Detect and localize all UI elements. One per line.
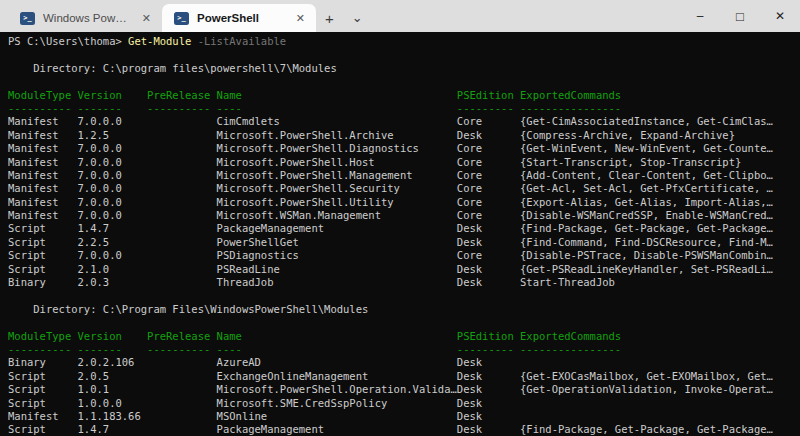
directory-path: Directory: C:\Program Files\WindowsPower…: [8, 303, 368, 315]
table-1-header-row: ModuleType Version PreRelease Name PSEdi…: [8, 89, 800, 102]
dash-underline: ----------: [147, 102, 210, 115]
cell-version: 1.1.183.66: [78, 410, 141, 423]
tab-dropdown-button[interactable]: ⌄: [343, 4, 372, 32]
table-1-header-underline: ---------- ------- ---------- ---- -----…: [8, 102, 800, 115]
minimize-button[interactable]: –: [680, 0, 720, 32]
dash-underline: ----: [217, 343, 242, 356]
cell-name: Microsoft.SME.CredSspPolicy: [217, 397, 388, 410]
cell-version: 1.0.1: [78, 383, 110, 396]
dash-underline: -------: [78, 343, 122, 356]
parameter-text: -ListAvailable: [198, 35, 287, 47]
cell-exported-commands: {Find-Command, Find-DSCResource, Find-M…: [520, 236, 773, 249]
cell-name: PSReadLine: [217, 263, 280, 276]
cell-module-type: Manifest: [8, 142, 59, 155]
blank-line: [8, 289, 800, 302]
col-header-version: Version: [78, 89, 122, 102]
cell-module-type: Manifest: [8, 156, 59, 169]
close-tab-icon[interactable]: ✕: [137, 11, 156, 26]
cell-name: Microsoft.PowerShell.Archive: [217, 129, 394, 142]
cell-module-type: Binary: [8, 276, 46, 289]
cell-psedition: Desk: [457, 222, 482, 235]
cell-module-type: Script: [8, 397, 46, 410]
cell-exported-commands: {Disable-WSManCredSSP, Enable-WSManCred…: [520, 209, 773, 222]
cell-version: 2.0.2.106: [78, 356, 135, 369]
close-window-button[interactable]: ✕: [760, 0, 800, 32]
cell-module-type: Manifest: [8, 209, 59, 222]
maximize-button[interactable]: □: [720, 0, 760, 32]
cell-psedition: Desk: [457, 263, 482, 276]
cell-name: Microsoft.PowerShell.Operation.Valida…: [217, 383, 457, 396]
new-tab-button[interactable]: +: [316, 4, 343, 32]
cell-exported-commands: {Export-Alias, Get-Alias, Import-Alias,…: [520, 196, 773, 209]
cell-name: PSDiagnostics: [217, 249, 299, 262]
terminal-window: >_ Windows PowerShell ✕ >_ PowerShell ✕ …: [0, 0, 800, 436]
cell-name: Microsoft.PowerShell.Host: [217, 156, 375, 169]
col-header-prerelease: PreRelease: [147, 89, 210, 102]
tab-windows-powershell[interactable]: >_ Windows PowerShell ✕: [8, 4, 162, 32]
blank-line: [8, 316, 800, 329]
cell-exported-commands: {Get-CimAssociatedInstance, Get-CimClas…: [520, 115, 773, 128]
cell-name: CimCmdlets: [217, 115, 280, 128]
col-header-exportedcommands: ExportedCommands: [520, 330, 621, 343]
directory-path: Directory: C:\program files\powershell\7…: [8, 62, 337, 74]
cell-version: 1.4.7: [78, 222, 110, 235]
cell-name: Microsoft.PowerShell.Diagnostics: [217, 142, 419, 155]
cell-name: Microsoft.PowerShell.Security: [217, 182, 400, 195]
col-header-name: Name: [217, 89, 242, 102]
cell-psedition: Desk: [457, 370, 482, 383]
cell-exported-commands: {Get-OperationValidation, Invoke-Operat…: [520, 383, 773, 396]
cell-version: 7.0.0.0: [78, 182, 122, 195]
blank-line: [8, 75, 800, 88]
tab-strip: >_ Windows PowerShell ✕ >_ PowerShell ✕ …: [0, 4, 372, 32]
cell-module-type: Manifest: [8, 182, 59, 195]
cell-exported-commands: {Find-Package, Get-Package, Get-Package…: [520, 222, 773, 235]
col-header-name: Name: [217, 330, 242, 343]
col-header-psedition: PSEdition: [457, 330, 514, 343]
dash-underline: ----------------: [520, 102, 621, 115]
col-header-moduletype: ModuleType: [8, 89, 71, 102]
module-table-row: Binary 2.0.2.106 AzureAD Desk: [8, 356, 800, 369]
cell-psedition: Core: [457, 169, 482, 182]
tab-label: PowerShell: [197, 12, 283, 24]
cell-module-type: Manifest: [8, 169, 59, 182]
module-table-row: Manifest 7.0.0.0 Microsoft.PowerShell.Ut…: [8, 196, 800, 209]
prompt-line: PS C:\Users\thoma> Get-Module-ListAvaila…: [8, 35, 800, 48]
dash-underline: ----------------: [520, 343, 621, 356]
directory-2-line: Directory: C:\Program Files\WindowsPower…: [8, 303, 800, 316]
cell-psedition: Desk: [457, 356, 482, 369]
cell-module-type: Manifest: [8, 129, 59, 142]
module-table-row: Script 1.4.7 PackageManagement Desk {Fin…: [8, 423, 800, 436]
directory-1-line: Directory: C:\program files\powershell\7…: [8, 62, 800, 75]
cell-psedition: Core: [457, 209, 482, 222]
cell-name: PackageManagement: [217, 222, 324, 235]
cell-exported-commands: {Add-Content, Clear-Content, Get-Clipbo…: [520, 169, 773, 182]
blank-line: [8, 48, 800, 61]
module-table-row: Manifest 7.0.0.0 Microsoft.PowerShell.Ho…: [8, 156, 800, 169]
module-table-row: Script 1.4.7 PackageManagement Desk {Fin…: [8, 222, 800, 235]
cell-exported-commands: {Find-Package, Get-Package, Get-Package…: [520, 423, 773, 436]
tab-label: Windows PowerShell: [43, 12, 129, 24]
dash-underline: -------: [78, 102, 122, 115]
cell-exported-commands: {Get-WinEvent, New-WinEvent, Get-Counte…: [520, 142, 773, 155]
cell-exported-commands: {Disable-PSTrace, Disable-PSWSManCombin…: [520, 249, 773, 262]
cell-exported-commands: {Get-PSReadLineKeyHandler, Set-PSReadLi…: [520, 263, 773, 276]
module-table-row: Script 7.0.0.0 PSDiagnostics Core {Disab…: [8, 249, 800, 262]
cell-module-type: Script: [8, 222, 46, 235]
close-tab-icon[interactable]: ✕: [291, 11, 310, 26]
command-text: Get-Module: [128, 35, 191, 47]
cell-module-type: Binary: [8, 356, 46, 369]
tab-powershell[interactable]: >_ PowerShell ✕: [162, 4, 316, 32]
cell-version: 1.2.5: [78, 129, 110, 142]
cell-name: PackageManagement: [217, 423, 324, 436]
col-header-prerelease: PreRelease: [147, 330, 210, 343]
prompt-text: PS C:\Users\thoma>: [8, 35, 128, 47]
cell-name: MSOnline: [217, 410, 268, 423]
col-header-exportedcommands: ExportedCommands: [520, 89, 621, 102]
cell-version: 2.0.3: [78, 276, 110, 289]
module-table-row: Script 2.2.5 PowerShellGet Desk {Find-Co…: [8, 236, 800, 249]
window-controls: – □ ✕: [680, 0, 800, 32]
cell-exported-commands: {Start-Transcript, Stop-Transcript}: [520, 156, 741, 169]
terminal-output[interactable]: PS C:\Users\thoma> Get-Module-ListAvaila…: [0, 32, 800, 436]
powershell-icon: >_: [174, 12, 189, 25]
cell-version: 7.0.0.0: [78, 115, 122, 128]
